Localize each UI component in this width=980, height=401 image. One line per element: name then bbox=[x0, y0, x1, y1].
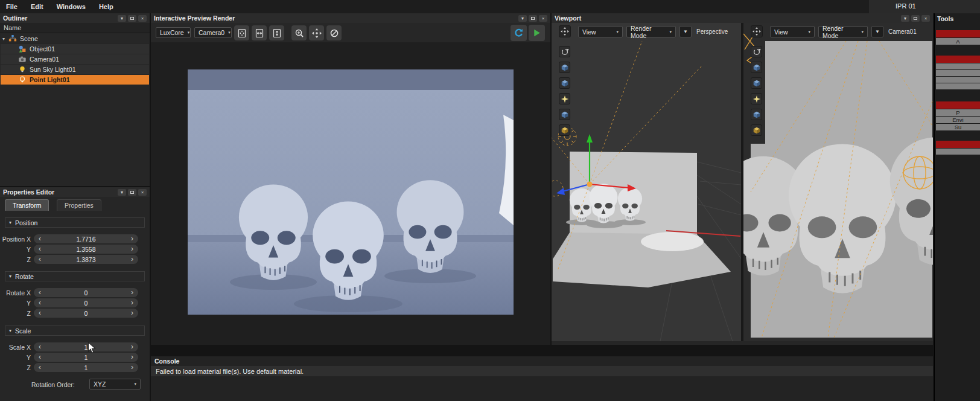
menu-windows[interactable]: Windows bbox=[57, 3, 86, 10]
scale-z-stepper[interactable]: ‹ 1 › bbox=[34, 363, 138, 372]
decrement-icon[interactable]: ‹ bbox=[39, 342, 41, 351]
tools-button[interactable]: P bbox=[936, 109, 980, 116]
highlight-mode-button[interactable] bbox=[559, 93, 570, 104]
orbit-tool-button[interactable] bbox=[751, 46, 762, 57]
rotate-y-stepper[interactable]: ‹ 0 › bbox=[34, 298, 138, 307]
render-mode-menu[interactable]: Render Mode ▾ bbox=[818, 26, 868, 37]
expander-icon[interactable]: ▾ bbox=[1, 36, 7, 42]
viewport-close-button[interactable]: × bbox=[921, 15, 930, 22]
position-section-header[interactable]: ▾ Position bbox=[5, 217, 145, 228]
outliner-name-column-header[interactable]: Name bbox=[0, 23, 150, 33]
scale-x-stepper[interactable]: ‹ 1 › bbox=[34, 342, 138, 351]
scale-y-stepper[interactable]: ‹ 1 › bbox=[34, 353, 138, 362]
outliner-item-object01[interactable]: Object01 bbox=[1, 44, 149, 54]
bounding-box-mode-button[interactable] bbox=[751, 109, 762, 120]
view-menu[interactable]: View ▾ bbox=[770, 26, 815, 37]
menu-edit[interactable]: Edit bbox=[31, 3, 43, 10]
wireframe-mode-button[interactable] bbox=[559, 77, 570, 89]
camera01-3d-scene[interactable] bbox=[743, 23, 933, 341]
tools-section-bar[interactable] bbox=[936, 141, 980, 148]
viewport-options-button[interactable]: ▼ bbox=[679, 26, 692, 37]
disable-tool-button[interactable] bbox=[326, 25, 342, 40]
properties-collapse-button[interactable]: ▾ bbox=[118, 189, 126, 196]
render-camera-select[interactable]: Camera0 ▾ bbox=[194, 27, 232, 38]
tools-button[interactable] bbox=[936, 83, 980, 89]
fit-height-button[interactable] bbox=[269, 25, 284, 40]
view-menu[interactable]: View ▾ bbox=[578, 26, 623, 37]
decrement-icon[interactable]: ‹ bbox=[39, 298, 41, 307]
tools-button[interactable]: Su bbox=[936, 124, 980, 130]
position-x-stepper[interactable]: ‹ 1.7716 › bbox=[34, 234, 138, 243]
tools-section-bar[interactable] bbox=[936, 101, 980, 109]
outliner-maximize-button[interactable] bbox=[128, 15, 136, 22]
shaded-mode-button[interactable] bbox=[559, 62, 570, 73]
decrement-icon[interactable]: ‹ bbox=[39, 363, 41, 371]
menu-file[interactable]: File bbox=[6, 3, 18, 10]
increment-icon[interactable]: › bbox=[131, 363, 133, 371]
field-value[interactable]: 0 bbox=[84, 300, 88, 307]
restart-render-button[interactable] bbox=[511, 25, 527, 41]
viewport-options-button[interactable]: ▼ bbox=[871, 26, 883, 37]
viewport-pan-button[interactable] bbox=[751, 25, 763, 37]
properties-maximize-button[interactable] bbox=[128, 189, 136, 196]
field-value[interactable]: 1 bbox=[84, 364, 88, 371]
increment-icon[interactable]: › bbox=[131, 288, 133, 297]
orbit-tool-button[interactable] bbox=[559, 46, 570, 57]
increment-icon[interactable]: › bbox=[131, 245, 133, 253]
rotate-section-header[interactable]: ▾ Rotate bbox=[5, 271, 145, 281]
increment-icon[interactable]: › bbox=[131, 298, 133, 307]
fit-view-button[interactable] bbox=[234, 25, 249, 40]
field-value[interactable]: 1.3558 bbox=[76, 246, 95, 253]
rotate-z-stepper[interactable]: ‹ 0 › bbox=[34, 309, 138, 318]
decrement-icon[interactable]: ‹ bbox=[39, 245, 41, 253]
increment-icon[interactable]: › bbox=[131, 255, 133, 263]
field-value[interactable]: 1.3873 bbox=[76, 256, 95, 263]
ipr-close-button[interactable]: × bbox=[539, 15, 547, 22]
play-render-button[interactable] bbox=[529, 25, 545, 41]
tools-button[interactable] bbox=[936, 77, 980, 83]
ipr-render-image[interactable] bbox=[188, 69, 514, 315]
decrement-icon[interactable]: ‹ bbox=[39, 234, 41, 243]
decrement-icon[interactable]: ‹ bbox=[39, 353, 41, 361]
viewport-pan-button[interactable] bbox=[559, 25, 571, 37]
decrement-icon[interactable]: ‹ bbox=[39, 309, 41, 317]
tools-button[interactable] bbox=[936, 149, 980, 155]
viewport-collapse-button[interactable]: ▾ bbox=[901, 15, 909, 22]
viewport-maximize-button[interactable] bbox=[911, 15, 920, 22]
properties-close-button[interactable]: × bbox=[138, 189, 147, 196]
field-value[interactable]: 1 bbox=[84, 354, 88, 361]
rotation-order-select[interactable]: XYZ ▾ bbox=[89, 379, 141, 390]
ipr-canvas[interactable] bbox=[151, 42, 550, 345]
outliner-item-point-light01[interactable]: Point Light01 bbox=[1, 75, 149, 85]
ipr-collapse-button[interactable]: ▾ bbox=[518, 15, 527, 22]
position-y-stepper[interactable]: ‹ 1.3558 › bbox=[34, 245, 138, 254]
tab-properties[interactable]: Properties bbox=[57, 199, 101, 211]
shaded-mode-button[interactable] bbox=[751, 62, 762, 73]
outliner-collapse-button[interactable]: ▾ bbox=[118, 15, 126, 22]
textured-mode-button[interactable] bbox=[559, 124, 570, 136]
render-mode-menu[interactable]: Render Mode ▾ bbox=[626, 26, 676, 37]
tools-button[interactable]: A bbox=[936, 38, 980, 45]
rotate-x-stepper[interactable]: ‹ 0 › bbox=[34, 288, 138, 297]
tools-button[interactable] bbox=[936, 63, 980, 69]
scale-section-header[interactable]: ▾ Scale bbox=[5, 326, 145, 336]
bounding-box-mode-button[interactable] bbox=[559, 109, 570, 120]
ipr-maximize-button[interactable] bbox=[529, 15, 537, 22]
outliner-item-scene[interactable]: ▾ Scene bbox=[1, 34, 149, 43]
render-engine-select[interactable]: LuxCore ▾ bbox=[156, 27, 191, 38]
highlight-mode-button[interactable] bbox=[751, 93, 762, 104]
outliner-item-sun-sky-light01[interactable]: Sun Sky Light01 bbox=[1, 65, 149, 74]
tools-section-bar[interactable] bbox=[936, 56, 980, 63]
perspective-3d-scene[interactable] bbox=[552, 23, 741, 341]
textured-mode-button[interactable] bbox=[751, 124, 762, 136]
position-z-stepper[interactable]: ‹ 1.3873 › bbox=[34, 255, 138, 264]
increment-icon[interactable]: › bbox=[131, 309, 133, 317]
zoom-tool-button[interactable] bbox=[291, 25, 307, 40]
tools-button[interactable] bbox=[936, 70, 980, 76]
wireframe-mode-button[interactable] bbox=[751, 77, 762, 89]
field-value[interactable]: 1.7716 bbox=[76, 236, 95, 243]
outliner-close-button[interactable]: × bbox=[138, 15, 147, 22]
field-value[interactable]: 0 bbox=[84, 289, 88, 297]
increment-icon[interactable]: › bbox=[131, 353, 133, 361]
tab-transform[interactable]: Transform bbox=[5, 199, 49, 211]
